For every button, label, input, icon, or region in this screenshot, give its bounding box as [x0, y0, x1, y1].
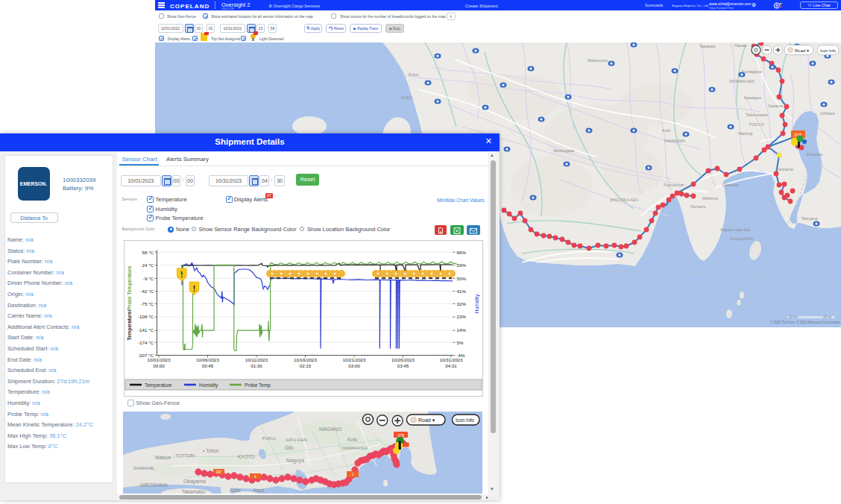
svg-text:5%: 5% [457, 339, 464, 344]
svg-text:TOKYO: TOKYO [749, 122, 764, 127]
svg-text:Ichihara: Ichihara [820, 111, 836, 116]
svg-text:32%: 32% [457, 300, 467, 306]
svg-text:10/16/2023: 10/16/2023 [294, 357, 318, 362]
svg-text:Matsumoto: Matsumoto [588, 58, 608, 63]
svg-text:-141 °C: -141 °C [138, 327, 154, 333]
svg-text:Road ▾: Road ▾ [795, 48, 809, 53]
svg-text:Fujinomiya: Fujinomiya [664, 183, 684, 187]
svg-text:59%: 59% [457, 262, 467, 268]
svg-text:10/31/2023: 10/31/2023 [440, 357, 464, 362]
svg-text:YAMANASHI: YAMANASHI [664, 139, 685, 143]
svg-text:03:00: 03:00 [348, 362, 360, 368]
svg-text:TOTTORI: TOTTORI [175, 453, 195, 458]
svg-text:10/26/2023: 10/26/2023 [391, 357, 415, 362]
svg-text:Road ▾: Road ▾ [418, 418, 435, 423]
svg-text:HIROSHIMA: HIROSHIMA [140, 482, 168, 488]
svg-text:-42 °C: -42 °C [140, 289, 154, 294]
svg-text:Takamatsu: Takamatsu [182, 489, 206, 494]
svg-text:23%: 23% [457, 314, 467, 319]
svg-text:SHIZUOKA-KEN: SHIZUOKA-KEN [610, 198, 638, 202]
svg-text:66%: 66% [457, 249, 467, 254]
svg-text:Icon Info: Icon Info [456, 418, 474, 423]
svg-text:02:15: 02:15 [300, 362, 312, 368]
svg-text:Mishima: Mishima [702, 196, 718, 201]
svg-text:NAGANO: NAGANO [319, 426, 342, 432]
svg-text:Kofu: Kofu [662, 128, 670, 133]
svg-text:24 °C: 24 °C [142, 262, 154, 268]
svg-text:Suruga-ura Mer: Suruga-ura Mer [730, 237, 754, 241]
svg-text:03:45: 03:45 [397, 362, 409, 368]
svg-text:Odawara: Odawara [722, 183, 739, 187]
svg-text:Tokorozawa: Tokorozawa [746, 113, 768, 117]
svg-text:-108 °C: -108 °C [138, 314, 154, 319]
svg-text:10/01/2023: 10/01/2023 [148, 357, 171, 362]
svg-text:Sagami-nada Sea: Sagami-nada Sea [720, 227, 750, 232]
svg-text:Matsue: Matsue [155, 455, 171, 460]
svg-text:FUKUI: FUKUI [262, 436, 276, 441]
svg-text:SHIMANE: SHIMANE [133, 466, 154, 470]
svg-text:50%: 50% [457, 275, 467, 280]
svg-text:Humidity: Humidity [199, 382, 218, 388]
svg-text:Saitama: Saitama [768, 104, 784, 108]
svg-text:04:31: 04:31 [445, 362, 457, 368]
svg-text:01:30: 01:30 [251, 362, 262, 368]
svg-text:10/21/2023: 10/21/2023 [343, 357, 367, 362]
svg-text:© 2023 TomTom, © 2023 Microsof: © 2023 TomTom, © 2023 Microsoft Corporat… [770, 320, 841, 324]
svg-text:!: ! [180, 270, 183, 279]
svg-text:Kumagaya: Kumagaya [742, 69, 762, 74]
svg-text:KYOTO: KYOTO [238, 454, 255, 459]
svg-text:10/06/2023: 10/06/2023 [196, 357, 220, 362]
svg-text:Numazu: Numazu [690, 204, 705, 209]
svg-text:00:00: 00:00 [153, 362, 165, 368]
svg-text:Hachioji: Hachioji [738, 131, 753, 136]
svg-text:Fukui: Fukui [409, 72, 418, 77]
svg-text:-9 °C: -9 °C [143, 275, 154, 280]
svg-text:Temperature: Temperature [145, 382, 172, 388]
svg-text:• Tottori: • Tottori [203, 448, 219, 453]
svg-text:Kobe: Kobe [230, 488, 242, 493]
svg-text:Temperature/Probe Temperature: Temperature/Probe Temperature [127, 265, 133, 340]
svg-text:!: ! [193, 283, 196, 292]
svg-text:Tateyama: Tateyama [801, 216, 818, 221]
svg-text:Icon Info: Icon Info [820, 48, 836, 53]
svg-text:00:45: 00:45 [202, 362, 214, 368]
svg-text:SAITAMA-KEN: SAITAMA-KEN [729, 79, 755, 84]
svg-text:20 km: 20 km [789, 315, 799, 319]
svg-text:Takasaki: Takasaki [699, 44, 715, 48]
svg-text:Kisarazu: Kisarazu [807, 152, 822, 157]
svg-text:41%: 41% [457, 289, 467, 294]
svg-text:Nagoya: Nagoya [286, 458, 304, 464]
svg-text:14%: 14% [457, 327, 467, 333]
svg-text:-75 °C: -75 °C [140, 300, 154, 306]
svg-text:Humidity: Humidity [474, 294, 480, 313]
svg-text:FUKUI: FUKUI [401, 95, 412, 100]
svg-text:10/11/2023: 10/11/2023 [245, 357, 268, 362]
svg-text:20 mi: 20 mi [823, 315, 831, 319]
svg-text:Nara: Nara [253, 488, 264, 493]
svg-text:A: A [440, 230, 442, 233]
svg-text:58 °C: 58 °C [142, 249, 154, 254]
svg-text:Narazugawa: Narazugawa [553, 148, 574, 153]
svg-text:-174 °C: -174 °C [138, 339, 154, 344]
svg-text:Kofu: Kofu [347, 437, 358, 442]
svg-text:Yokohama: Yokohama [775, 167, 793, 171]
svg-text:Gifu: Gifu [285, 445, 294, 450]
svg-text:378: 378 [397, 433, 404, 438]
svg-text:Hasaki: Hasaki [734, 43, 747, 48]
svg-text:Kawagoe: Kawagoe [744, 95, 761, 100]
svg-text:397: 397 [216, 470, 222, 474]
svg-text:Probe Temp: Probe Temp [245, 382, 271, 388]
svg-text:Okayama: Okayama [183, 479, 206, 485]
svg-text:YAMANASHI: YAMANASHI [341, 446, 368, 450]
svg-text:GIFU-KEN: GIFU-KEN [286, 438, 307, 442]
